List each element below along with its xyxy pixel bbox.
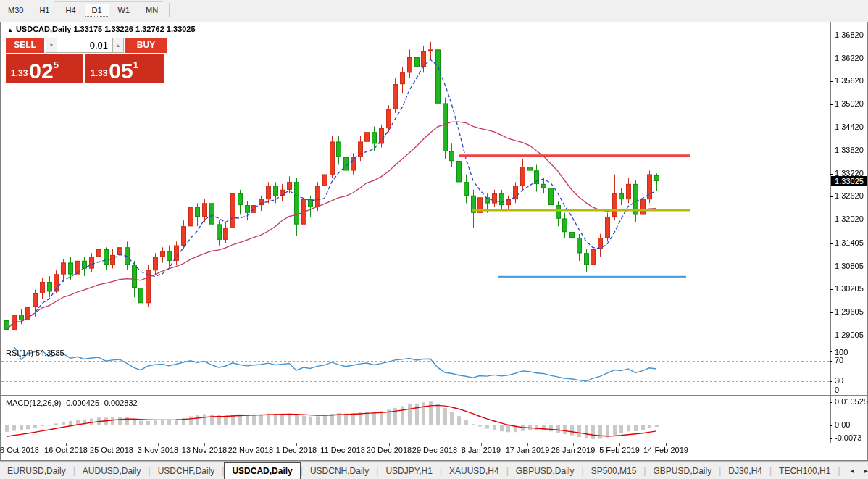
price-axis-label: 1.30205	[835, 284, 864, 293]
buy-price-prefix: 1.33	[91, 68, 107, 78]
date-axis-label: 14 Feb 2019	[633, 446, 698, 454]
tab-gbpusd-daily[interactable]: GBPUSD,Daily	[646, 463, 719, 479]
collapse-arrow-icon[interactable]: ▲	[7, 27, 13, 33]
macd-axis-label: 0.010525	[835, 397, 868, 406]
current-price-badge: 1.33025	[831, 176, 867, 186]
tab-separator: |	[838, 466, 840, 476]
sell-price-prefix: 1.33	[11, 68, 28, 78]
price-axis-label: 1.31405	[835, 238, 864, 247]
rsi-indicator-label: RSI(14) 54.3585	[6, 349, 64, 357]
tab-usdcnh-daily[interactable]: USDCNH,Daily	[303, 463, 376, 479]
price-axis-label: 1.35020	[835, 99, 864, 108]
timeframe-button-mn[interactable]: MN	[138, 4, 165, 17]
tab-scroll-right-icon[interactable]: ▸	[864, 467, 868, 475]
timeframe-toolbar: M30H1H4D1W1MN	[0, 0, 868, 22]
price-axis-label: 1.29005	[835, 330, 864, 339]
timeframe-button-h4[interactable]: H4	[58, 4, 83, 17]
trading-terminal: M30H1H4D1W1MN ▲USDCAD,Daily 1.33175 1.33…	[0, 0, 868, 479]
tab-sp500-m15[interactable]: SP500,M15	[584, 463, 644, 479]
price-axis-label: 1.29605	[835, 307, 864, 316]
timeframe-button-d1[interactable]: D1	[85, 4, 109, 17]
tab-usdcad-daily[interactable]: USDCAD,Daily	[224, 462, 300, 479]
macd-axis-label: 0.00	[835, 420, 850, 429]
sell-price-display[interactable]: 1.33 02 5	[6, 54, 83, 83]
tab-audusd-daily[interactable]: AUDUSD,Daily	[75, 463, 149, 479]
sell-price-pip: 5	[54, 59, 59, 70]
buy-price-big: 05	[109, 62, 133, 80]
rsi-axis-label: 70	[835, 356, 843, 365]
buy-button[interactable]: BUY	[125, 38, 167, 53]
timeframe-button-m30[interactable]: M30	[1, 4, 30, 17]
rsi-axis-label: 30	[835, 376, 843, 385]
tab-usdchf-daily[interactable]: USDCHF,Daily	[151, 463, 222, 479]
chart-title: ▲USDCAD,Daily 1.33175 1.33226 1.32762 1.…	[7, 25, 196, 33]
macd-indicator-label: MACD(12,26,9) -0.000425 -0.002832	[6, 399, 138, 407]
price-axis-label: 1.36820	[835, 30, 864, 39]
sell-button[interactable]: SELL	[6, 38, 44, 53]
price-axis-label: 1.32620	[835, 191, 864, 200]
tab-eurusd-daily[interactable]: EURUSD,Daily	[0, 463, 73, 479]
price-axis-label: 1.33820	[835, 146, 864, 154]
tab-usdjpy-h1[interactable]: USDJPY,H1	[378, 463, 439, 479]
volume-increase-icon[interactable]: ▲	[112, 38, 124, 53]
tab-gbpusd-daily[interactable]: GBPUSD,Daily	[509, 463, 582, 479]
toolbar-separator	[169, 3, 170, 17]
price-axis-label: 1.30805	[835, 262, 864, 270]
volume-input[interactable]: 0.01	[57, 38, 112, 53]
tab-tech100-h1[interactable]: TECH100,H1	[772, 463, 838, 479]
rsi-axis-label: 0	[835, 386, 839, 394]
timeframe-button-h1[interactable]: H1	[32, 4, 57, 17]
toolbar-divider	[54, 1, 163, 2]
tab-scroll-left-icon[interactable]: ◂	[851, 467, 854, 475]
price-axis-label: 1.32020	[835, 214, 864, 223]
timeframe-button-w1[interactable]: W1	[111, 4, 138, 17]
price-axis-label: 1.36220	[835, 54, 864, 62]
price-axis-label: 1.35620	[835, 76, 864, 85]
buy-price-pip: 1	[133, 59, 138, 70]
tab-dj30-h4[interactable]: DJ30,H4	[721, 463, 769, 479]
buy-price-display[interactable]: 1.33 05 1	[85, 54, 164, 83]
tab-xauusd-h4[interactable]: XAUUSD,H4	[442, 463, 506, 479]
chart-symbol-period: USDCAD,Daily	[16, 25, 71, 33]
chart-tab-bar: EURUSD,Daily|AUDUSD,Daily|USDCHF,Daily|U…	[0, 461, 868, 479]
sell-price-big: 02	[29, 62, 53, 80]
one-click-trading-panel: SELL ▼ 0.01 ▲ BUY 1.33 02 5 1.33 05 1	[6, 38, 167, 83]
chart-ohlc-values: 1.33175 1.33226 1.32762 1.33025	[73, 25, 195, 33]
macd-axis-label: -0.0073	[835, 433, 861, 442]
volume-decrease-icon[interactable]: ▼	[46, 38, 57, 53]
price-axis-label: 1.34420	[835, 122, 864, 131]
